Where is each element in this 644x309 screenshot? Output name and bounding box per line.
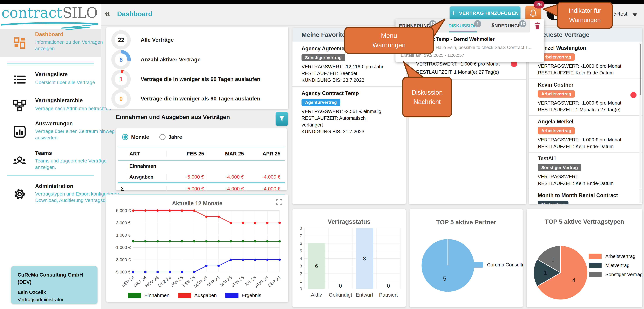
panel-title: Meine Favoriten <box>302 31 349 38</box>
clear-notifications-button[interactable] <box>530 19 544 32</box>
donut-indicator: 22 <box>112 30 131 49</box>
contract-list-item[interactable]: Angela Merkel Arbeitsvertrag VERTRAGSWER… <box>529 115 642 152</box>
svg-text:SEP 25: SEP 25 <box>267 275 282 288</box>
svg-text:2: 2 <box>300 271 302 276</box>
svg-text:5.000 €: 5.000 € <box>116 208 131 213</box>
tab-diskussion[interactable]: DISKUSSION 1 <box>440 19 485 32</box>
svg-text:-3.000 €: -3.000 € <box>114 257 131 262</box>
svg-text:OKT 24: OKT 24 <box>132 275 148 288</box>
radio-jahre[interactable] <box>160 134 166 140</box>
legend-label: Mietvertrag <box>605 263 630 268</box>
app-logo[interactable]: contractSILO <box>0 4 101 25</box>
contract-remaining: RESTLAUFZEIT: Kein Ende-Datum <box>538 180 624 187</box>
svg-text:5: 5 <box>300 249 302 253</box>
legend-swatch <box>589 254 602 259</box>
contract-name: Kevin Costner <box>538 82 632 88</box>
current-user-name: Esin Ozcelik <box>18 290 91 295</box>
stat-expiring-60-days: 1 Verträge die in weniger als 60 Tagen a… <box>112 70 284 89</box>
scrollbar-thumb[interactable] <box>640 43 641 95</box>
sidebar-item-administration[interactable]: Administration Vertragstypen und Export … <box>0 180 101 208</box>
sidebar-item-vertragsliste[interactable]: Vertragsliste Übersicht über alle Verträ… <box>0 68 101 90</box>
sidebar-item-label: Auswertungen <box>35 120 73 127</box>
col-mar: MAR 25 <box>206 151 246 157</box>
col-feb: FEB 25 <box>166 151 206 157</box>
contract-cancel-by: KÜNDIGUNG BIS: 31.7.2023 <box>302 128 388 135</box>
contract-name: Angela Merkel <box>538 119 632 125</box>
add-contract-label: VERTRAG HINZUFÜGEN <box>459 10 519 16</box>
contract-list-item[interactable]: Kevin Costner Arbeitsvertrag VERTRAGSWER… <box>529 78 642 115</box>
collapse-sidebar-icon[interactable]: « <box>105 7 110 18</box>
svg-text:MAI 25: MAI 25 <box>219 275 233 288</box>
tab-count-badge: 13 <box>519 20 526 27</box>
contract-list-item[interactable]: Month to Month Rental Contract Mietvertr… <box>529 189 642 204</box>
svg-text:4: 4 <box>300 256 302 261</box>
sidebar-item-auswertungen[interactable]: Auswertungen Verträge über einen Zeitrau… <box>0 118 101 146</box>
sidebar-item-vertragshierarchie[interactable]: Vertragshierarchie Verträge nach Attribu… <box>0 94 101 116</box>
contract-stats-card: 22 Alle Verträge 6 Anzahl aktiver Verträ… <box>106 27 288 109</box>
row-label: Ausgaben <box>127 174 166 180</box>
status-bar-chart-card: Vertragsstatus 0123456786Aktiv0Gekündigt… <box>292 209 406 307</box>
contract-name: Denzel Washington <box>538 45 632 51</box>
sidebar-item-label: Vertragshierarchie <box>35 97 83 103</box>
stat-label: Alle Verträge <box>141 37 284 43</box>
svg-text:-1.000 €: -1.000 € <box>114 245 131 250</box>
svg-text:Entwurf: Entwurf <box>356 292 373 298</box>
contract-remaining: RESTLAUFZEIT: 1 Monat(e) 27 Tag(e) <box>538 106 624 113</box>
svg-text:1: 1 <box>552 257 554 263</box>
pie-legend: Curema Consulting <box>470 262 523 271</box>
svg-text:MÄR 25: MÄR 25 <box>193 275 208 289</box>
chevron-down-icon[interactable] <box>632 13 637 16</box>
donut-indicator: 1 <box>112 70 131 89</box>
page-title: Dashboard <box>117 10 152 18</box>
svg-text:6: 6 <box>315 263 318 269</box>
sidebar-item-dashboard[interactable]: Dashboard Informationen zu den Verträgen… <box>0 29 101 57</box>
list-icon <box>13 73 26 86</box>
tab-aenderungen[interactable]: ÄNDERUNGEN 13 <box>485 19 530 32</box>
radio-monate[interactable] <box>122 134 128 140</box>
sidebar-item-label: Administration <box>35 183 73 189</box>
plus-icon: + <box>452 9 456 17</box>
stat-all-contracts: 22 Alle Verträge <box>112 30 284 49</box>
svg-text:7: 7 <box>300 233 302 238</box>
filter-button[interactable] <box>276 112 288 126</box>
contract-value: VERTRAGSWERT: -1.000 € pro Monat <box>538 63 624 69</box>
stat-label: Anzahl aktiver Verträge <box>141 57 284 63</box>
trash-icon <box>533 22 541 30</box>
radio-jahre-label[interactable]: Jahre <box>168 134 182 140</box>
sidebar-item-label: Teams <box>35 150 52 156</box>
legend-swatch <box>589 272 602 277</box>
legend-label: Arbeitsvertrag <box>605 254 635 259</box>
donut-indicator: 6 <box>112 50 131 69</box>
svg-text:0: 0 <box>300 286 302 291</box>
stat-value: 22 <box>118 37 124 43</box>
gear-icon <box>13 188 26 201</box>
contract-value: VERTRAGSWERT: -1.000 € pro Monat <box>538 100 624 106</box>
user-handle[interactable]: @test <box>614 11 628 17</box>
svg-text:-5.000 €: -5.000 € <box>114 270 131 274</box>
contract-remaining: RESTLAUFZEIT: Beendet <box>302 70 388 77</box>
finance-table-card: Monate Jahre ART FEB 25 MAR 25 APR 25 Ei… <box>116 128 287 190</box>
latest-contracts-panel: Neueste Verträge Denzel Washington Arbei… <box>529 28 642 204</box>
legend-label: Sonstiger Vertrag <box>605 272 642 277</box>
funnel-icon <box>278 115 286 123</box>
legend-label: Einnahmen <box>144 293 170 298</box>
sidebar-item-teams[interactable]: Teams Teams und zugeordnete Verträge anz… <box>0 147 101 175</box>
radio-monate-label[interactable]: Monate <box>131 134 149 140</box>
dashboard-icon <box>13 36 26 50</box>
monthly-line-chart-card: Aktuelle 12 Monate 5.000 €3.000 €1.000 €… <box>106 195 288 302</box>
add-contract-button[interactable]: + VERTRAG HINZUFÜGEN <box>450 6 520 20</box>
svg-text:6: 6 <box>300 241 302 246</box>
cell: -4.000 € <box>206 186 246 192</box>
sidebar-item-label: Vertragsliste <box>35 71 68 77</box>
svg-text:1: 1 <box>300 279 302 284</box>
cell: -4.000 € <box>246 174 282 180</box>
contract-type-badge: Mietvertrag <box>538 201 568 204</box>
svg-text:8: 8 <box>300 227 302 231</box>
contract-list-item[interactable]: Denzel Washington Arbeitsvertrag VERTRAG… <box>529 42 642 78</box>
unread-indicator <box>511 61 517 67</box>
contract-list-item[interactable]: Agency Contract Temp Agenturvertrag VERT… <box>292 86 406 138</box>
partner-pie-card: TOP 5 aktive Partner 5 Curema Consulting <box>410 209 523 307</box>
contract-list-item[interactable]: TestAI1 Sonstiger Vertrag VERTRAGSWERT: … <box>529 152 642 189</box>
tab-label: DISKUSSION <box>448 23 478 28</box>
contract-remaining: RESTLAUFZEIT: Automatisch verlängert <box>302 115 388 128</box>
